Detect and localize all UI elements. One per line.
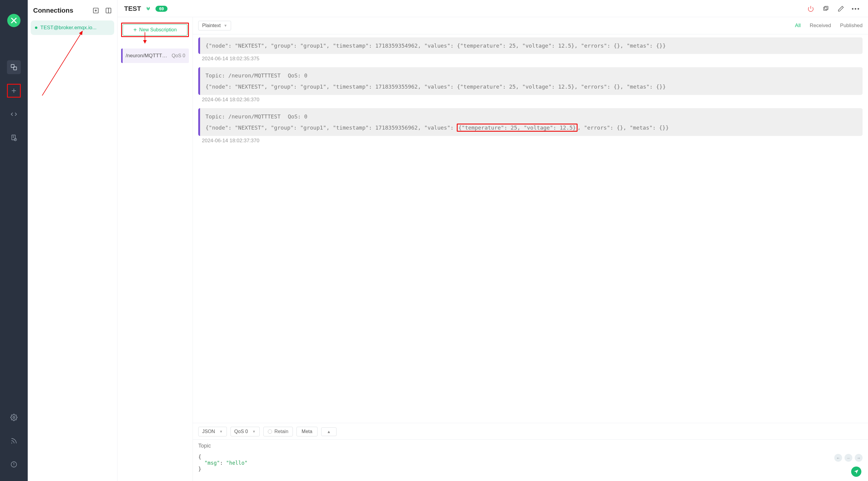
send-button[interactable] [851,467,861,477]
payload-editor[interactable]: ← — → { "msg": "hello" } [193,452,868,481]
page-title: TEST [124,5,141,13]
message-topic: Topic: /neuron/MQTTTEST [206,71,280,80]
message-card: Topic: /neuron/MQTTTEST QoS: 0 {"node": … [198,67,863,95]
more-icon[interactable]: ••• [852,5,860,12]
nav-scripts-icon[interactable] [7,107,21,121]
subscription-qos: QoS 0 [172,53,185,58]
qos-value: QoS 0 [235,429,248,434]
nav-feed-icon[interactable] [7,434,21,448]
connections-panel: Connections TEST@broker.emqx.io... [28,0,118,481]
new-subscription-button[interactable]: + New Subscription [123,24,187,36]
nav-settings-icon[interactable] [7,411,21,424]
main-area: TEST 69 ••• + New Subscript [118,0,868,481]
history-prev-icon[interactable]: ← [834,454,842,462]
chevron-down-icon: ▼ [223,24,227,28]
chevron-down-icon: ▼ [252,429,256,434]
collapse-button[interactable]: ▲ [321,427,337,436]
svg-point-8 [13,417,15,418]
nav-rail [0,0,28,481]
retain-toggle[interactable]: Retain [263,427,293,437]
retain-label: Retain [275,429,288,434]
connection-item[interactable]: TEST@broker.emqx.io... [31,21,114,35]
tab-received[interactable]: Received [810,23,831,29]
annotation-highlight-box: {"temperature": 25, "voltage": 12.5} [457,124,577,132]
payload-format-select[interactable]: JSON ▼ [198,427,227,437]
disconnect-icon[interactable] [807,5,814,12]
message-body: {"node": "NEXTEST", "group": "group1", "… [206,124,857,132]
payload-format-value: JSON [202,429,215,434]
annotation-arrow [42,44,74,96]
send-icon [854,469,859,474]
message-topic: Topic: /neuron/MQTTTEST [206,113,280,121]
messages-column: Plaintext ▼ All Received Published {"nod… [193,17,868,481]
toggle-panel-icon[interactable] [105,7,112,14]
main-header: TEST 69 ••• [118,0,868,17]
subscription-topic: /neuron/MQTTTE... [126,53,168,59]
annotation-highlight-box: + New Subscription [121,23,189,37]
meta-button[interactable]: Meta [297,427,317,437]
message-body: {"node": "NEXTEST", "group": "group1", "… [206,41,857,50]
new-subscription-label: New Subscription [139,27,177,33]
svg-point-9 [11,443,12,444]
message-qos: QoS: 0 [288,71,307,80]
history-next-icon[interactable]: → [855,454,863,462]
plus-icon: + [133,27,137,33]
radio-icon [268,429,272,434]
subscription-item[interactable]: /neuron/MQTTTE... QoS 0 [121,49,189,63]
tab-published[interactable]: Published [840,23,863,29]
chevron-down-icon: ▼ [219,429,223,434]
nav-new-connection-icon[interactable] [7,84,21,98]
format-select-value: Plaintext [202,23,221,28]
qos-select[interactable]: QoS 0 ▼ [230,427,260,437]
logo-icon [10,17,18,24]
nav-logs-icon[interactable] [7,131,21,145]
nav-help-icon[interactable] [7,457,21,471]
message-filter-tabs: All Received Published [795,23,863,29]
add-connection-icon[interactable] [92,7,99,14]
message-count-badge: 69 [155,6,167,12]
message-card: Topic: /neuron/MQTTTEST QoS: 0 {"node": … [198,108,863,136]
messages-toolbar: Plaintext ▼ All Received Published [193,17,868,34]
message-timestamp: 2024-06-14 18:02:36:370 [202,97,863,103]
subscriptions-panel: + New Subscription /neuron/MQTTTE... QoS… [118,17,193,481]
history-bar: ← — → [834,454,863,462]
connections-header: Connections [31,4,114,19]
message-qos: QoS: 0 [288,113,307,121]
publish-panel: JSON ▼ QoS 0 ▼ Retain Meta ▲ [193,423,868,481]
format-select[interactable]: Plaintext ▼ [198,21,231,30]
message-timestamp: 2024-06-14 18:02:37:370 [202,138,863,144]
chevron-up-icon: ▲ [327,429,331,434]
svg-rect-20 [825,6,828,10]
message-list[interactable]: {"node": "NEXTEST", "group": "group1", "… [193,34,868,423]
chevron-down-icon[interactable] [145,5,151,12]
svg-rect-19 [824,7,827,10]
tab-all[interactable]: All [795,23,801,29]
connection-name: TEST@broker.emqx.io... [40,25,96,31]
nav-connections-icon[interactable] [7,60,21,74]
svg-point-12 [13,465,14,466]
edit-icon[interactable] [837,5,844,12]
message-card: {"node": "NEXTEST", "group": "group1", "… [198,37,863,54]
message-timestamp: 2024-06-14 18:02:35:375 [202,56,863,62]
connections-title: Connections [33,7,73,14]
connection-status-dot [35,27,37,29]
topic-input[interactable] [193,440,868,452]
app-logo [7,14,21,27]
message-body: {"node": "NEXTEST", "group": "group1", "… [206,83,857,91]
window-icon[interactable] [822,5,830,12]
history-clear-icon[interactable]: — [844,454,852,462]
